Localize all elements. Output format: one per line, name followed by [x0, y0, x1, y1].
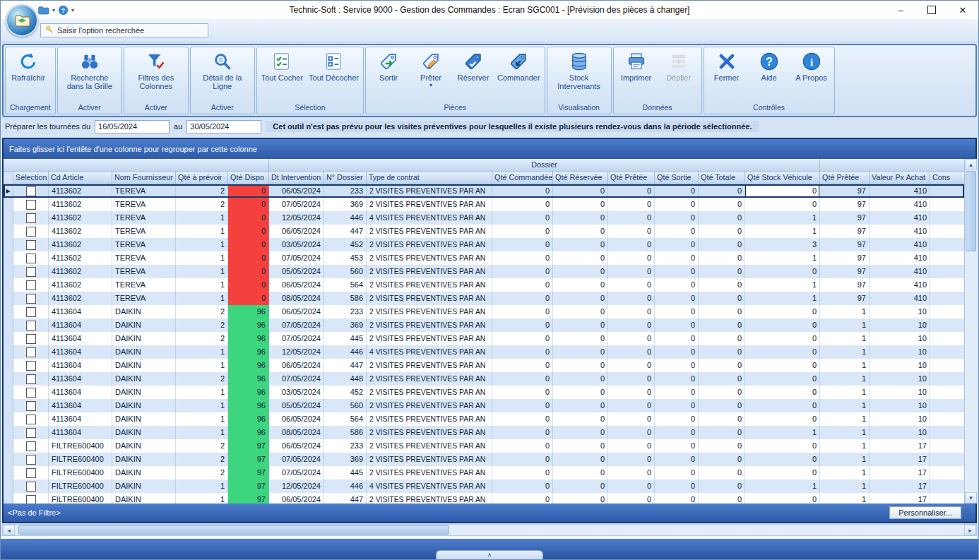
table-row[interactable]: 4113604DAIKIN29607/05/20244482 VISITES P…	[4, 372, 964, 386]
column-header-cd-article[interactable]: Cd Article	[49, 172, 112, 184]
column-header-qt-pr-t-e[interactable]: Qté Prêtée	[608, 172, 655, 184]
table-row[interactable]: 4113602TEREVA1006/05/20244472 VISITES PR…	[4, 225, 964, 238]
minimize-button[interactable]: –	[885, 1, 916, 19]
row-checkbox[interactable]	[26, 401, 36, 411]
column-header-qt-sortie[interactable]: Qté Sortie	[655, 172, 699, 184]
app-menu-button[interactable]	[6, 4, 38, 37]
table-row[interactable]: FILTRE600400DAIKIN19706/05/20244472 VISI…	[4, 493, 964, 504]
row-checkbox[interactable]	[26, 495, 36, 504]
table-row[interactable]: FILTRE600400DAIKIN19712/05/20244464 VISI…	[4, 479, 964, 493]
row-checkbox[interactable]	[26, 482, 36, 492]
column-header-s-lection[interactable]: Sélection	[13, 172, 49, 184]
column-header-qt-r-serv-e[interactable]: Qté Réservée	[553, 172, 608, 184]
row-checkbox[interactable]	[26, 213, 36, 223]
row-checkbox[interactable]	[26, 468, 36, 478]
splitter-collapse-handle[interactable]: ∧	[436, 550, 543, 559]
table-row[interactable]: 4113602TEREVA1007/05/20244532 VISITES PR…	[4, 251, 964, 265]
scroll-left-arrow[interactable]: ◂	[3, 525, 15, 535]
row-checkbox[interactable]	[26, 294, 36, 304]
table-row[interactable]: 4113604DAIKIN19603/05/20244522 VISITES P…	[4, 386, 964, 399]
column-header-qt-pr-voir[interactable]: Qté à prévoir	[176, 172, 228, 184]
table-row[interactable]: 4113602TEREVA1003/05/20244522 VISITES PR…	[4, 238, 964, 251]
row-checkbox[interactable]	[26, 374, 36, 384]
scroll-up-arrow[interactable]: ▲	[965, 159, 977, 170]
row-checkbox[interactable]	[26, 361, 36, 371]
row-checkbox[interactable]	[26, 200, 36, 210]
row-checkbox[interactable]	[26, 428, 36, 438]
horizontal-scrollbar[interactable]: ◂ ▸	[2, 524, 977, 536]
row-checkbox[interactable]	[26, 415, 36, 424]
table-row[interactable]: 4113604DAIKIN19606/05/20244472 VISITES P…	[4, 359, 964, 372]
row-checkbox[interactable]	[26, 307, 36, 317]
apropos-button[interactable]: i A Propos	[790, 49, 833, 102]
quickaccess-dropdown-caret[interactable]: ▾	[71, 7, 74, 13]
sortir-button[interactable]: Sortir	[367, 49, 410, 102]
row-checkbox[interactable]	[26, 321, 36, 330]
scroll-down-arrow[interactable]: ▼	[965, 492, 977, 504]
column-header-n-dossier[interactable]: N° Dossier	[324, 172, 367, 184]
row-checkbox[interactable]	[26, 388, 36, 398]
grid-search-button[interactable]: Recherche dans la Grille	[59, 49, 120, 102]
row-checkbox[interactable]	[26, 267, 36, 277]
column-header-qt-totale[interactable]: Qté Totale	[699, 172, 745, 184]
filter-status[interactable]: <Pas de Filtre>	[8, 508, 61, 517]
close-button[interactable]: ✕	[947, 1, 978, 19]
row-checkbox[interactable]	[26, 240, 36, 250]
table-row[interactable]: 4113602TEREVA1008/05/20245862 VISITES PR…	[4, 292, 964, 305]
row-checkbox[interactable]	[26, 455, 36, 465]
table-row[interactable]: 4113602TEREVA1012/05/20244464 VISITES PR…	[4, 211, 964, 225]
reserver-button[interactable]: Réserver	[452, 49, 494, 102]
column-header-cons[interactable]: Cons	[930, 172, 964, 184]
table-row[interactable]: 4113604DAIKIN29607/05/20243692 VISITES P…	[4, 318, 964, 332]
column-header-qt-pr-t-e[interactable]: Qté Prêtée	[820, 172, 870, 184]
vertical-scroll-thumb[interactable]	[966, 171, 976, 251]
stock-intervenants-button[interactable]: Stock Intervenants	[549, 49, 610, 102]
table-row[interactable]: 4113602TEREVA2007/05/20243692 VISITES PR…	[4, 198, 964, 211]
aide-button[interactable]: ? Aide	[748, 49, 790, 102]
table-row[interactable]: FILTRE600400DAIKIN29707/05/20243692 VISI…	[4, 453, 964, 466]
row-checkbox[interactable]	[26, 280, 36, 290]
table-row[interactable]: 4113604DAIKIN19606/05/20245642 VISITES P…	[4, 412, 964, 426]
band-dossier[interactable]: Dossier	[269, 159, 820, 172]
check-all-button[interactable]: Tout Cocher	[259, 49, 306, 102]
column-header-qt-stock-v-hicule[interactable]: Qté Stock Véhicule	[745, 172, 820, 184]
table-row[interactable]: FILTRE600400DAIKIN29707/05/20244452 VISI…	[4, 466, 964, 479]
row-checkbox[interactable]	[26, 186, 36, 196]
preter-button[interactable]: Prêter ▾	[410, 49, 452, 102]
table-row[interactable]: FILTRE600400DAIKIN29706/05/20242332 VISI…	[4, 439, 964, 453]
row-checkbox[interactable]	[26, 254, 36, 263]
fermer-button[interactable]: Fermer	[706, 49, 748, 102]
date-from-input[interactable]: 16/05/2024	[95, 120, 170, 133]
row-checkbox[interactable]	[26, 227, 36, 237]
column-header-valeur-px-achat[interactable]: Valeur Px Achat	[870, 172, 930, 184]
table-row[interactable]: 4113604DAIKIN19612/05/20244464 VISITES P…	[4, 345, 964, 359]
row-checkbox[interactable]	[26, 441, 36, 451]
table-row[interactable]: ▶4113602TEREVA2006/05/20242332 VISITES P…	[4, 184, 964, 198]
table-row[interactable]: 4113604DAIKIN19608/05/20245862 VISITES P…	[4, 426, 964, 439]
horizontal-scroll-thumb[interactable]	[18, 525, 449, 535]
maximize-button[interactable]	[916, 1, 947, 19]
preter-dropdown-caret[interactable]: ▾	[429, 83, 432, 88]
row-detail-button[interactable]: Détail de la Ligne	[192, 49, 253, 102]
customize-button[interactable]: Personnaliser...	[889, 506, 961, 519]
table-row[interactable]: 4113602TEREVA1005/05/20245602 VISITES PR…	[4, 265, 964, 278]
table-row[interactable]: 4113604DAIKIN29607/05/20244452 VISITES P…	[4, 332, 964, 345]
row-checkbox[interactable]	[26, 347, 36, 357]
help-icon[interactable]: ?	[58, 5, 69, 16]
column-filters-button[interactable]: Filtres des Colonnes	[126, 49, 186, 102]
column-header-type-de-contrat[interactable]: Type de contrat	[367, 172, 492, 184]
column-header-dt-intervention[interactable]: Dt Intervention	[269, 172, 324, 184]
folder-dropdown-caret[interactable]: ▾	[52, 7, 55, 13]
table-row[interactable]: 4113602TEREVA1006/05/20245642 VISITES PR…	[4, 278, 964, 292]
refresh-button[interactable]: Rafraîchir	[7, 49, 49, 102]
date-to-input[interactable]: 30/05/2024	[186, 120, 261, 133]
column-header-qt-command-e[interactable]: Qté Commandée	[492, 172, 553, 184]
column-header-qt-dispo[interactable]: Qté Dispo	[228, 172, 269, 184]
vertical-scrollbar[interactable]: ▲ ▼	[964, 159, 977, 504]
group-by-panel[interactable]: Faites glisser ici l'entête d'une colonn…	[4, 139, 975, 159]
folder-icon[interactable]	[37, 5, 49, 16]
row-checkbox[interactable]	[26, 334, 36, 344]
option-search-input[interactable]: Saisir l'option recherchée	[40, 23, 208, 37]
print-button[interactable]: Imprimer	[615, 49, 658, 102]
table-row[interactable]: 4113604DAIKIN19605/05/20245602 VISITES P…	[4, 399, 964, 412]
